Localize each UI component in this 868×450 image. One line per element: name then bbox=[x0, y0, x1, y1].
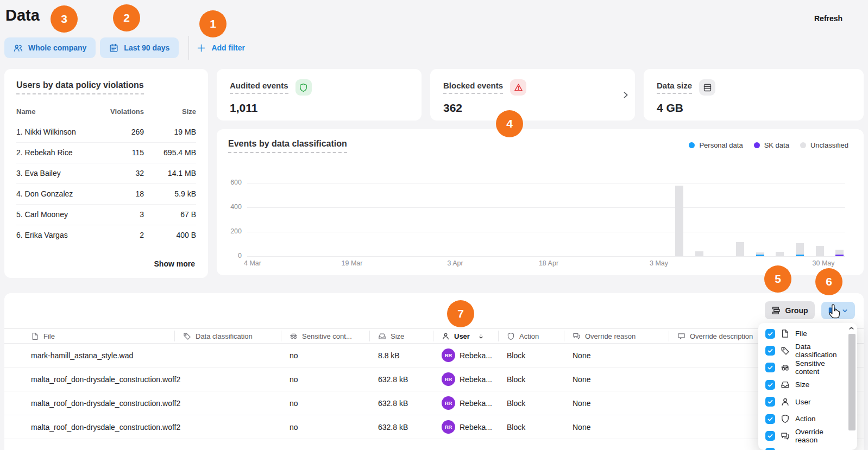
table-header-label: Override reason bbox=[585, 332, 636, 340]
columns-menu-item-label: User bbox=[795, 398, 811, 406]
data-size-card[interactable]: Data size 4 GB bbox=[644, 69, 864, 121]
cell-user: RRRebeka... bbox=[442, 391, 492, 415]
columns-menu-item[interactable] bbox=[758, 445, 846, 450]
mask-icon bbox=[781, 363, 790, 372]
violations-cell-size: 14.1 MB bbox=[144, 169, 196, 178]
violations-row: 2. Rebekah Rice115695.4 MB bbox=[16, 142, 196, 163]
audited-events-card[interactable]: Audited events 1,011 bbox=[217, 69, 422, 121]
cell-reason: None bbox=[573, 344, 590, 367]
date-filter-label: Last 90 days bbox=[124, 43, 169, 52]
table-header-reason[interactable]: Override reason bbox=[573, 329, 636, 343]
scope-filter-chip[interactable]: Whole company bbox=[4, 37, 96, 58]
cell-size: 632.8 kB bbox=[378, 415, 408, 439]
column-divider bbox=[174, 331, 175, 341]
table-header-classification[interactable]: Data classification bbox=[183, 329, 253, 343]
checkbox-checked[interactable] bbox=[765, 448, 775, 450]
columns-menu-item[interactable]: File bbox=[758, 325, 846, 342]
columns-menu-item[interactable]: Sensitive content bbox=[758, 359, 846, 376]
checkbox-checked[interactable] bbox=[765, 363, 775, 372]
chart-bar bbox=[816, 246, 824, 256]
x-axis-label: 4 Mar bbox=[234, 259, 272, 267]
blocked-events-label: Blocked events bbox=[443, 81, 503, 94]
violations-cell-violations: 115 bbox=[98, 148, 144, 157]
violations-rows: 1. Nikki Wilkinson26919 MB2. Rebekah Ric… bbox=[16, 122, 196, 245]
date-filter-chip[interactable]: Last 90 days bbox=[100, 37, 179, 58]
cell-size: 632.8 kB bbox=[378, 391, 408, 415]
columns-menu-item-label: Size bbox=[795, 381, 809, 389]
avatar: RR bbox=[442, 396, 455, 410]
violations-cell-name: 4. Don Gonzalez bbox=[16, 189, 98, 198]
user-name: Rebeka... bbox=[460, 399, 492, 408]
checkbox-checked[interactable] bbox=[765, 329, 775, 339]
violations-cell-violations: 2 bbox=[98, 231, 144, 239]
people-icon bbox=[14, 43, 23, 53]
add-filter-button[interactable]: Add filter bbox=[197, 43, 244, 53]
violations-cell-name: 6. Erika Vargas bbox=[16, 231, 98, 239]
table-header-sensitive[interactable]: Sensitive cont... bbox=[290, 329, 352, 343]
column-divider bbox=[564, 331, 564, 341]
blocked-events-value: 362 bbox=[443, 102, 622, 115]
warning-icon bbox=[510, 79, 526, 96]
table-row: mark-hamill_astana_style.wadno8.8 kBRRRe… bbox=[4, 344, 864, 367]
tag-icon bbox=[183, 332, 191, 340]
show-more-button[interactable]: Show more bbox=[154, 259, 195, 268]
columns-menu-item-label: Override reason bbox=[795, 428, 846, 444]
cell-reason: None bbox=[573, 367, 590, 391]
chart-plot: 02004006004 Mar19 Mar3 Apr18 Apr3 May30 … bbox=[247, 183, 845, 256]
avatar: RR bbox=[442, 372, 455, 386]
cell-file: malta_roof_don-drysdale_construction.wof… bbox=[31, 391, 180, 415]
violations-row: 1. Nikki Wilkinson26919 MB bbox=[16, 122, 196, 142]
columns-menu-item[interactable]: Override reason bbox=[758, 427, 846, 444]
columns-menu-item-label: File bbox=[795, 329, 807, 338]
group-button[interactable]: Group bbox=[765, 301, 815, 319]
table-header-action[interactable]: Action bbox=[507, 329, 539, 343]
violations-cell-name: 2. Rebekah Rice bbox=[16, 148, 98, 157]
table-header-description[interactable]: Override description bbox=[677, 329, 753, 343]
legend-item[interactable]: Unclassified bbox=[800, 141, 848, 149]
columns-menu-item[interactable]: User bbox=[758, 394, 846, 410]
shield-icon bbox=[781, 414, 790, 423]
filter-bar: Whole company Last 90 days Add filter bbox=[4, 36, 245, 60]
menu-scrollbar-thumb[interactable] bbox=[848, 334, 856, 430]
table-header-label: Override description bbox=[690, 332, 753, 340]
scroll-up-icon[interactable] bbox=[848, 325, 855, 332]
cell-user: RRRebeka... bbox=[442, 367, 492, 391]
refresh-button[interactable]: Refresh bbox=[814, 14, 842, 23]
checkbox-checked[interactable] bbox=[765, 414, 775, 424]
table-header-file[interactable]: File bbox=[31, 329, 55, 343]
chart-gridline bbox=[247, 183, 845, 183]
cell-file: malta_roof_don-drysdale_construction.wof… bbox=[31, 415, 180, 439]
checkbox-checked[interactable] bbox=[765, 346, 775, 356]
chart-bar-segment bbox=[796, 255, 804, 256]
columns-menu-item[interactable]: Size bbox=[758, 376, 846, 393]
violations-panel: Users by data policy violations Name Vio… bbox=[4, 69, 208, 278]
table-header-user[interactable]: User bbox=[442, 329, 485, 343]
violations-cell-size: 19 MB bbox=[144, 128, 196, 136]
annotation-badge-7: 7 bbox=[447, 300, 474, 327]
blocked-events-card[interactable]: Blocked events 362 bbox=[430, 69, 635, 121]
violations-cell-violations: 32 bbox=[98, 169, 144, 178]
tag-icon bbox=[781, 346, 790, 356]
table-header-size[interactable]: Size bbox=[378, 329, 404, 343]
chart-bar bbox=[776, 252, 784, 256]
violations-cell-size: 400 B bbox=[144, 231, 196, 239]
group-button-label: Group bbox=[785, 306, 808, 315]
columns-menu-item[interactable]: Data classification bbox=[758, 342, 846, 359]
legend-item[interactable]: Personal data bbox=[689, 141, 743, 149]
chart-title: Events by data classification bbox=[228, 139, 347, 153]
cell-file: mark-hamill_astana_style.wad bbox=[31, 344, 133, 367]
columns-menu-item[interactable]: Action bbox=[758, 410, 846, 427]
chevron-right-icon[interactable] bbox=[621, 90, 630, 99]
chart-bar-segment bbox=[816, 246, 824, 256]
violations-cell-name: 5. Carl Mooney bbox=[16, 210, 98, 219]
checkbox-checked[interactable] bbox=[765, 380, 775, 390]
legend-item[interactable]: SK data bbox=[754, 141, 789, 149]
chart-bar-segment bbox=[695, 251, 703, 256]
legend-label: Personal data bbox=[699, 141, 743, 149]
checkbox-checked[interactable] bbox=[765, 431, 775, 441]
checkbox-checked[interactable] bbox=[765, 397, 775, 407]
shield-icon bbox=[295, 79, 312, 96]
chevron-down-icon bbox=[841, 307, 848, 314]
calendar-icon bbox=[109, 43, 118, 53]
chart-gridline bbox=[247, 232, 845, 232]
